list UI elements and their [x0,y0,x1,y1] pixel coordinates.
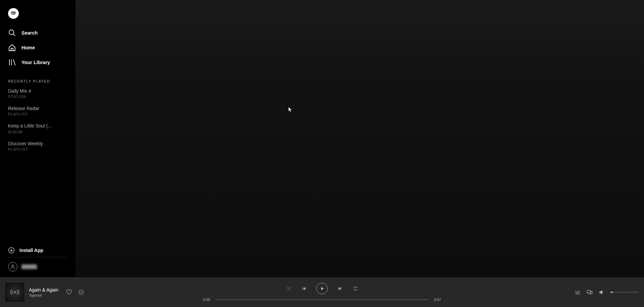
player-center: 0:00 3:57 [201,283,443,302]
queue-button[interactable] [574,289,581,296]
svg-rect-15 [591,291,592,294]
install-app-button[interactable]: Install App [8,244,67,257]
svg-rect-13 [587,290,591,293]
spotify-logo[interactable] [8,8,19,19]
like-button[interactable] [66,289,72,296]
svg-point-0 [9,30,14,35]
svg-line-4 [13,59,15,65]
recent-item-title: Daily Mix 4 [8,88,67,94]
search-icon [8,29,16,37]
library-icon [8,58,16,66]
nav-library-label: Your Library [21,60,50,65]
nav-primary: Search Home Your Library [0,23,75,70]
home-icon [8,44,16,52]
player-left: Again & Again Taproot [5,283,195,302]
recent-item[interactable]: Release Radar PLAYLIST [8,103,67,121]
volume-fill [610,292,613,293]
track-title[interactable]: Again & Again [29,287,58,293]
track-info: Again & Again Taproot [29,287,58,297]
track-actions [66,289,85,296]
volume-bar[interactable] [610,292,639,293]
duration-time: 3:57 [432,298,443,302]
recent-item-type: ALBUM [8,130,67,134]
recent-item[interactable]: Discover Weekly PLAYLIST [8,139,67,156]
recent-item-title: Keep a Little Soul (... [8,123,67,129]
elapsed-time: 0:00 [201,298,212,302]
download-icon [8,247,15,254]
svg-point-6 [12,265,13,267]
user-name [21,264,37,269]
nav-home-label: Home [21,45,35,50]
nav-library[interactable]: Your Library [3,55,73,70]
sidebar: Search Home Your Library RECENTLY PLAYED… [0,0,75,277]
nav-home[interactable]: Home [3,40,73,55]
svg-line-1 [13,34,15,36]
mouse-cursor [288,107,293,113]
devices-button[interactable] [586,289,593,296]
previous-button[interactable] [301,286,307,292]
track-artist[interactable]: Taproot [29,293,58,297]
shuffle-button[interactable] [285,286,291,292]
svg-point-7 [14,291,16,293]
main-content [75,0,644,277]
logo-wrap [0,0,75,23]
recent-item-type: PLAYLIST [8,112,67,116]
recent-item[interactable]: Keep a Little Soul (... ALBUM [8,121,67,138]
now-playing-bar: Again & Again Taproot [0,277,644,307]
nav-search-label: Search [21,30,38,36]
block-button[interactable] [78,289,85,296]
recently-played-header: RECENTLY PLAYED [0,70,75,86]
recent-item[interactable]: Daily Mix 4 STATION [8,86,67,103]
progress-row: 0:00 3:57 [201,298,443,302]
user-avatar-icon [8,262,17,271]
recent-item-type: STATION [8,95,67,99]
recent-item-title: Release Radar [8,105,67,111]
progress-bar[interactable] [215,299,429,300]
playback-controls [285,283,359,294]
play-button[interactable] [316,283,328,294]
sidebar-bottom: Install App [0,244,75,277]
repeat-button[interactable] [353,286,359,292]
install-app-label: Install App [19,248,43,253]
user-profile[interactable] [8,257,67,271]
next-button[interactable] [337,286,343,292]
volume-button[interactable] [598,289,605,296]
recent-item-type: PLAYLIST [8,147,67,151]
recent-item-title: Discover Weekly [8,141,67,147]
recently-played-list: Daily Mix 4 STATION Release Radar PLAYLI… [0,86,75,156]
nav-search[interactable]: Search [3,25,73,40]
player-right [449,289,639,296]
album-art[interactable] [5,283,24,302]
